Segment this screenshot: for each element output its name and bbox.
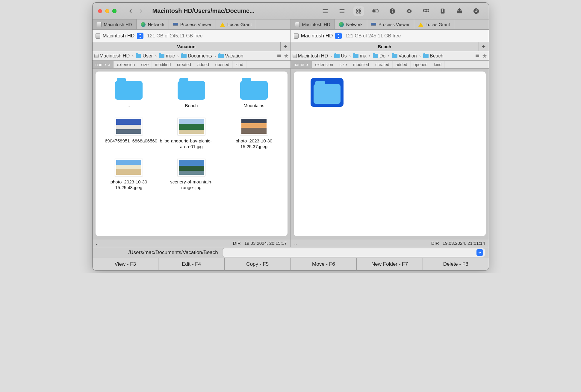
star-icon[interactable]: ★ bbox=[284, 53, 289, 59]
column-kind[interactable]: kind bbox=[233, 61, 247, 68]
volume-dropdown-right[interactable] bbox=[335, 33, 342, 39]
list-mode-icon[interactable] bbox=[277, 53, 282, 59]
column-modified[interactable]: modified bbox=[152, 61, 174, 68]
folder-item[interactable]: .. bbox=[297, 78, 357, 116]
file-item[interactable]: photo_2023-10-30 15.25.48.jpeg bbox=[99, 159, 159, 191]
view-columns-icon[interactable] bbox=[337, 6, 347, 16]
add-tab-right[interactable]: + bbox=[479, 42, 489, 51]
shelf-tab[interactable]: Macintosh HD bbox=[291, 19, 335, 29]
file-grid-right[interactable]: .. bbox=[294, 72, 486, 236]
shelf-tab[interactable]: Network bbox=[137, 19, 169, 29]
item-name: Mountains bbox=[243, 103, 264, 109]
crumb[interactable]: Beach bbox=[423, 53, 443, 59]
file-grid-left[interactable]: ..BeachMountains6904758951_6868a06560_b.… bbox=[96, 72, 288, 236]
shelf-tab[interactable]: Process Viewer bbox=[367, 19, 414, 29]
column-name[interactable]: name▲ bbox=[291, 61, 312, 68]
crumb[interactable]: Macintosh HD bbox=[293, 53, 328, 59]
item-name: .. bbox=[128, 103, 130, 109]
zoom-icon[interactable] bbox=[112, 9, 116, 13]
item-name: 6904758951_6868a06560_b.jpg bbox=[105, 138, 153, 144]
back-button[interactable] bbox=[125, 7, 136, 16]
file-item[interactable]: scenery-of-mountain-range-.jpg bbox=[162, 159, 221, 191]
crumb[interactable]: Do bbox=[373, 53, 385, 59]
shelf-tab[interactable]: Macintosh HD bbox=[93, 19, 137, 29]
path-dropdown-icon[interactable] bbox=[476, 249, 483, 256]
image-thumbnail bbox=[115, 159, 143, 176]
pane-right: .. bbox=[290, 69, 489, 239]
image-thumbnail bbox=[115, 118, 143, 135]
fn-button[interactable]: Move - F6 bbox=[291, 258, 357, 270]
close-icon[interactable] bbox=[98, 9, 102, 13]
item-name: scenery-of-mountain-range-.jpg bbox=[167, 179, 215, 191]
column-opened[interactable]: opened bbox=[212, 61, 233, 68]
hd-icon bbox=[295, 22, 300, 27]
volume-dropdown-left[interactable] bbox=[137, 33, 143, 39]
star-icon[interactable]: ★ bbox=[482, 53, 487, 59]
path-field[interactable] bbox=[222, 248, 485, 257]
crumb[interactable]: User bbox=[136, 53, 153, 59]
file-item[interactable]: photo_2023-10-30 15.25.37.jpeg bbox=[224, 118, 284, 150]
folder-item[interactable]: Beach bbox=[162, 78, 221, 109]
folder-item[interactable]: .. bbox=[99, 78, 159, 109]
search-icon[interactable] bbox=[420, 6, 431, 16]
view-list-icon[interactable] bbox=[320, 6, 331, 16]
preview-icon[interactable] bbox=[404, 6, 414, 16]
pane-tab-right[interactable]: Beach bbox=[291, 42, 479, 51]
fn-button[interactable]: Delete - F8 bbox=[423, 258, 489, 270]
forward-button[interactable] bbox=[136, 7, 146, 16]
free-space-right: 121 GB of 245,11 GB free bbox=[345, 33, 401, 39]
fn-button[interactable]: Edit - F4 bbox=[158, 258, 225, 270]
breadcrumb-row: Macintosh HD›User›mac›Documents›Vacation… bbox=[93, 51, 489, 61]
archive-icon[interactable] bbox=[437, 6, 448, 16]
window-controls bbox=[93, 9, 122, 13]
add-tab-left[interactable]: + bbox=[280, 42, 290, 51]
crumb[interactable]: Macintosh HD bbox=[94, 53, 130, 59]
column-added[interactable]: added bbox=[194, 61, 212, 68]
disk-icon bbox=[294, 34, 299, 38]
toolbar bbox=[320, 6, 482, 16]
crumb[interactable]: Vacation bbox=[218, 53, 243, 59]
download-icon[interactable] bbox=[471, 6, 482, 16]
column-size[interactable]: size bbox=[138, 61, 152, 68]
column-added[interactable]: added bbox=[393, 61, 411, 68]
minimize-icon[interactable] bbox=[105, 9, 109, 13]
column-kind[interactable]: kind bbox=[431, 61, 445, 68]
item-name: angourie-bay-picnic-area-01.jpg bbox=[167, 138, 215, 150]
shelf-tab[interactable]: Network bbox=[335, 19, 367, 29]
list-mode-icon[interactable] bbox=[475, 53, 480, 59]
view-grid-icon[interactable] bbox=[353, 6, 364, 16]
column-modified[interactable]: modified bbox=[350, 61, 372, 68]
toggle-hidden-icon[interactable] bbox=[370, 6, 381, 16]
crumb[interactable]: Documents bbox=[181, 53, 212, 59]
column-created[interactable]: created bbox=[372, 61, 393, 68]
shelf-tab[interactable]: Lucas Grant bbox=[216, 19, 256, 29]
shelf-left: Macintosh HDNetworkProcess ViewerLucas G… bbox=[93, 19, 290, 29]
free-space-left: 121 GB of 245,11 GB free bbox=[147, 33, 202, 39]
column-name[interactable]: name▲ bbox=[93, 61, 114, 68]
column-created[interactable]: created bbox=[174, 61, 194, 68]
crumb[interactable]: ma bbox=[353, 53, 366, 59]
file-item[interactable]: angourie-bay-picnic-area-01.jpg bbox=[162, 118, 221, 150]
fn-button[interactable]: Copy - F5 bbox=[225, 258, 291, 270]
disk-icon bbox=[96, 34, 100, 38]
fn-button[interactable]: New Folder - F7 bbox=[357, 258, 423, 270]
image-thumbnail bbox=[178, 159, 205, 176]
pane-tab-left[interactable]: Vacation bbox=[93, 42, 280, 51]
crumb[interactable]: mac bbox=[159, 53, 175, 59]
volume-right: Macintosh HD 121 GB of 245,11 GB free bbox=[290, 30, 489, 42]
column-size[interactable]: size bbox=[336, 61, 350, 68]
column-extension[interactable]: extension bbox=[114, 61, 138, 68]
crumb[interactable]: Us bbox=[334, 53, 347, 59]
hd-icon bbox=[97, 22, 102, 27]
fn-button[interactable]: View - F3 bbox=[93, 258, 159, 270]
column-opened[interactable]: opened bbox=[411, 61, 431, 68]
crumb[interactable]: Vacation bbox=[392, 53, 417, 59]
folder-item[interactable]: Mountains bbox=[224, 78, 284, 109]
shelf-tab[interactable]: Process Viewer bbox=[169, 19, 216, 29]
column-extension[interactable]: extension bbox=[312, 61, 336, 68]
image-thumbnail bbox=[178, 118, 205, 135]
info-icon[interactable] bbox=[387, 6, 398, 16]
share-icon[interactable] bbox=[454, 6, 465, 16]
file-item[interactable]: 6904758951_6868a06560_b.jpg bbox=[99, 118, 159, 150]
shelf-tab[interactable]: Lucas Grant bbox=[414, 19, 455, 29]
